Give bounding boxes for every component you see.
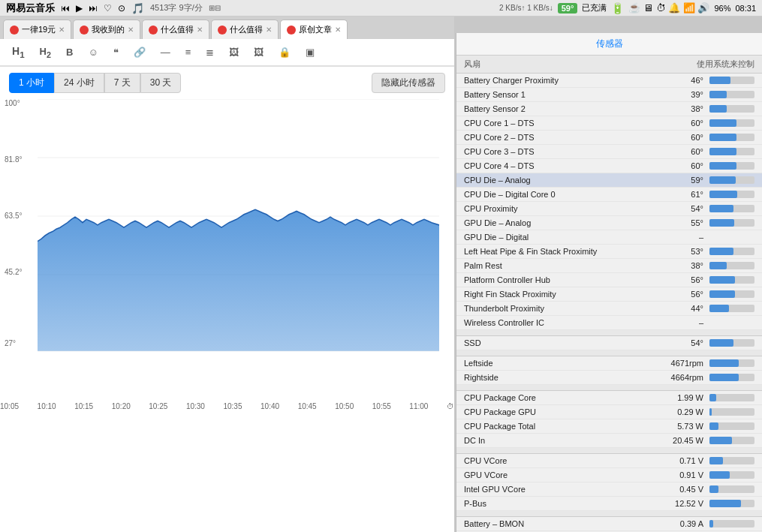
tab-5[interactable]: 原创文章 ✕ — [280, 20, 348, 39]
media-next[interactable]: ⏭ — [89, 3, 98, 14]
media-play[interactable]: ▶ — [76, 3, 83, 14]
chart-controls: 1 小时 24 小时 7 天 30 天 隐藏此传感器 — [0, 67, 454, 99]
tab-favicon-3 — [149, 26, 158, 35]
y-label-452: 45.2° — [5, 268, 22, 276]
sensor-bar-2 — [709, 105, 754, 113]
tab-label-4: 什么值得 — [230, 24, 263, 35]
tab-4[interactable]: 什么值得 ✕ — [211, 20, 279, 39]
sensor-value-14: 56° — [666, 275, 703, 284]
sensor-bar-15 — [709, 290, 754, 298]
toolbar-quote[interactable]: ❝ — [110, 45, 122, 59]
main-content: 一律19元 ✕ 我收到的 ✕ 什么值得 ✕ 什么值得 ✕ 原创文章 ✕ — [0, 17, 762, 532]
x-label-1005: 10:05 — [0, 402, 19, 410]
tab-2[interactable]: 我收到的 ✕ — [73, 20, 140, 39]
sensor-name-volt-1: GPU VCore — [464, 470, 666, 479]
sensor-row-9: CPU Proximity 54° — [456, 202, 762, 216]
sensor-name-15: Right Fin Stack Proximity — [464, 290, 666, 299]
tab-1[interactable]: 一律19元 ✕ — [3, 20, 71, 39]
temp-badge: 59° — [558, 3, 578, 14]
sensor-name-volt-0: CPU VCore — [464, 456, 666, 465]
sensor-bar-power-0 — [709, 394, 754, 401]
toolbar-h1[interactable]: H1 — [9, 44, 28, 61]
x-label-1020: 10:20 — [112, 402, 131, 410]
toolbar-image2[interactable]: 🖼 — [251, 45, 267, 59]
sensor-bar-4 — [709, 134, 754, 141]
chart-btn-24h[interactable]: 24 小时 — [54, 73, 104, 93]
sensor-value-9: 54° — [666, 204, 703, 213]
sensor-name-13: Palm Rest — [464, 261, 666, 270]
media-list[interactable]: 🎵 — [131, 2, 144, 14]
toolbar-bold[interactable]: B — [63, 45, 76, 59]
x-labels: 10:05 10:10 10:15 10:20 10:25 10:30 10:3… — [0, 402, 454, 410]
sensor-name-power-2: CPU Package Total — [464, 422, 666, 431]
sensor-row-power-0: CPU Package Core 1.99 W — [456, 391, 762, 405]
sensor-value-volt-3: 12.52 V — [666, 499, 703, 508]
media-circle[interactable]: ⊙ — [118, 3, 125, 14]
hide-sensor-btn[interactable]: 隐藏此传感器 — [372, 73, 445, 93]
sensor-value-volt-2: 0.45 V — [666, 485, 703, 494]
sensor-name-11: GPU Die – Digital — [464, 233, 666, 242]
tab-close-1[interactable]: ✕ — [59, 26, 65, 34]
media-prev[interactable]: ⏮ — [61, 3, 70, 14]
sensor-row-16: Thunderbolt Proximity 44° — [456, 302, 762, 316]
sensor-row-5: CPU Core 3 – DTS 60° — [456, 145, 762, 159]
tab-close-3[interactable]: ✕ — [197, 26, 203, 34]
tab-close-5[interactable]: ✕ — [335, 26, 341, 34]
tab-favicon-2 — [80, 26, 89, 35]
sensor-bar-volt-3 — [709, 500, 754, 507]
clock-icon: ⏱ — [447, 402, 454, 410]
sensor-name-ssd: SSD — [464, 338, 666, 347]
x-label-1015: 10:15 — [74, 402, 93, 410]
chart-btn-30d[interactable]: 30 天 — [140, 73, 182, 93]
sensor-row-7: CPU Die – Analog 59° — [456, 173, 762, 188]
media-like[interactable]: ♡ — [104, 3, 112, 14]
tab-label-3: 什么值得 — [161, 24, 194, 35]
y-label-635: 63.5° — [5, 212, 22, 220]
chart-btn-7d[interactable]: 7 天 — [104, 73, 140, 93]
tab-close-2[interactable]: ✕ — [128, 26, 134, 34]
sensor-name-3: CPU Core 1 – DTS — [464, 119, 666, 128]
sensor-value-ssd: 54° — [666, 338, 703, 347]
sensor-row-0: Battery Charger Proximity 46° — [456, 74, 762, 88]
sensor-row-6: CPU Core 4 – DTS 60° — [456, 159, 762, 173]
chart-btn-1h[interactable]: 1 小时 — [9, 73, 54, 93]
sensor-name-10: GPU Die – Analog — [464, 218, 666, 227]
toolbar-link[interactable]: 🔗 — [131, 45, 149, 59]
toolbar-list-ul[interactable]: ≡ — [182, 45, 194, 59]
x-label-1010: 10:10 — [38, 402, 56, 410]
sensor-bar-16 — [709, 305, 754, 312]
sensor-row-power-2: CPU Package Total 5.73 W — [456, 419, 762, 434]
y-label-27: 27° — [5, 339, 16, 347]
sensor-value-11: – — [666, 233, 703, 242]
sensor-bar-volt-1 — [709, 471, 754, 479]
sensor-bar-10 — [709, 219, 754, 227]
sensor-row-ssd: SSD 54° — [456, 336, 762, 350]
toolbar-embed[interactable]: ▣ — [303, 45, 318, 59]
tab-3[interactable]: 什么值得 ✕ — [142, 20, 209, 39]
sensor-row-12: Left Heat Pipe & Fin Stack Proximity 53° — [456, 245, 762, 259]
sensor-bar-fan-0 — [709, 359, 754, 367]
sensor-name-9: CPU Proximity — [464, 204, 666, 213]
tab-favicon-1 — [10, 26, 19, 35]
sensor-name-4: CPU Core 2 – DTS — [464, 133, 666, 142]
sensor-name-17: Wireless Controller IC — [464, 318, 666, 327]
sensor-value-13: 38° — [666, 261, 703, 270]
battery-pct: 96% — [714, 4, 730, 13]
toolbar-emoji[interactable]: ☺ — [85, 45, 101, 59]
chart-svg — [38, 99, 439, 392]
battery-status: 已充满 — [582, 2, 607, 14]
sensor-value-10: 55° — [666, 218, 703, 227]
tab-close-4[interactable]: ✕ — [266, 26, 272, 34]
sensor-bar-12 — [709, 248, 754, 255]
sensor-value-power-1: 0.29 W — [666, 407, 703, 416]
toolbar-lock[interactable]: 🔒 — [276, 45, 294, 59]
network-speed: 2 KB/s↑ 1 KB/s↓ — [499, 4, 553, 12]
toolbar-list-ol[interactable]: ≣ — [203, 45, 217, 59]
toolbar-hr[interactable]: — — [158, 45, 173, 59]
toolbar-image1[interactable]: 🖼 — [226, 45, 242, 59]
x-label-1040: 10:40 — [261, 402, 279, 410]
sensor-name-power-1: CPU Package GPU — [464, 407, 666, 416]
sensor-row-17: Wireless Controller IC – — [456, 316, 762, 330]
sensor-row-power-3: DC In 20.45 W — [456, 434, 762, 448]
toolbar-h2[interactable]: H2 — [37, 44, 54, 61]
